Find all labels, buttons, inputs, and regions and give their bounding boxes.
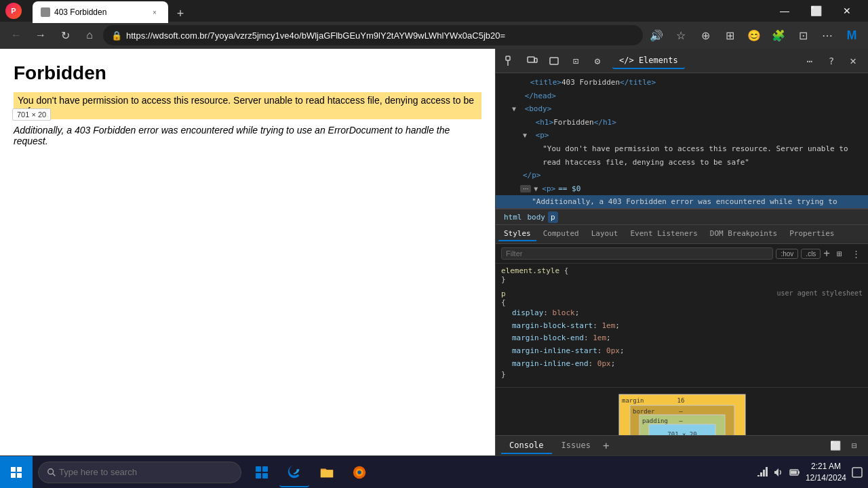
svg-text:padding: padding — [642, 418, 668, 424]
styles-tab-event-listeners[interactable]: Event Listeners — [625, 227, 703, 241]
start-button[interactable] — [0, 456, 33, 489]
new-tab-button[interactable]: + — [171, 4, 190, 23]
style-prop-margin-inline-start[interactable]: margin-inline-start: 0px; — [501, 345, 863, 358]
styles-tab-computed[interactable]: Computed — [538, 227, 585, 241]
styles-tab-properties[interactable]: Properties — [784, 227, 840, 241]
style-rule-p-selector[interactable]: p user agent stylesheet — [501, 289, 863, 298]
maximize-button[interactable]: ⬜ — [800, 0, 831, 22]
back-button[interactable]: ← — [5, 24, 27, 46]
devtools-bottom-tabs: Console Issues + ⬜ ⊟ — [496, 435, 868, 455]
devtools-breadcrumb: html body p — [496, 209, 868, 225]
styles-tab-dom-breakpoints[interactable]: DOM Breakpoints — [705, 227, 783, 241]
more-tools-button[interactable]: ⋯ — [800, 52, 819, 70]
edge-icon — [287, 464, 302, 479]
svg-rect-1 — [506, 56, 510, 60]
style-prop-margin-inline-end[interactable]: margin-inline-end: 0px; — [501, 358, 863, 371]
taskbar-firefox[interactable] — [344, 458, 374, 487]
cls-button[interactable]: .cls — [801, 249, 821, 259]
bottom-tab-issues[interactable]: Issues — [553, 438, 599, 454]
style-rule-selector[interactable]: element.style { — [501, 266, 863, 275]
elem-body-open[interactable]: ▼ <body> — [496, 102, 868, 116]
size-badge: 701 × 20 — [12, 108, 51, 121]
svg-rect-21 — [256, 473, 261, 479]
style-source: user agent stylesheet — [777, 289, 863, 298]
date-display: 12/14/2024 — [806, 472, 846, 484]
styles-tab-layout[interactable]: Layout — [586, 227, 624, 241]
forward-button[interactable]: → — [30, 24, 52, 46]
sidebar-button[interactable]: ⊡ — [792, 24, 814, 46]
home-button[interactable]: ⌂ — [79, 24, 100, 46]
styles-filter-input[interactable] — [501, 247, 773, 260]
console-drawer-button[interactable]: ⊡ — [566, 52, 585, 70]
dots-button[interactable]: ··· — [520, 185, 531, 192]
breadcrumb-html[interactable]: html — [501, 211, 525, 223]
extensions-button[interactable]: 🧩 — [768, 24, 789, 46]
style-rule-p: p user agent stylesheet { display: block… — [501, 289, 863, 379]
elem-dots[interactable]: ··· ▼ <p> == $0 — [496, 182, 868, 196]
dock-bottom-button[interactable]: ⬜ — [827, 438, 844, 454]
device-toolbar-button[interactable] — [523, 52, 542, 70]
close-button[interactable]: ✕ — [831, 0, 863, 22]
responsive-button[interactable] — [545, 52, 564, 70]
active-tab[interactable]: 403 Forbidden × — [33, 1, 168, 23]
toggle-sidebar-button[interactable]: ⊞ — [833, 247, 846, 260]
hov-button[interactable]: :hov — [776, 249, 798, 259]
profile-button[interactable]: 😊 — [743, 24, 765, 46]
breadcrumb-body[interactable]: body — [525, 211, 549, 223]
dock-side-button[interactable]: ⊟ — [846, 438, 863, 454]
settings-button[interactable]: ⚙ — [588, 52, 607, 70]
read-aloud-button[interactable]: 🔊 — [646, 24, 667, 46]
p-triangle[interactable]: ▼ — [523, 130, 530, 141]
more-button[interactable]: ⋯ — [816, 24, 838, 46]
address-bar[interactable]: 🔒 — [103, 25, 643, 45]
more-options-button[interactable]: ⋮ — [849, 247, 863, 260]
taskbar-right: 2:21 AM 12/14/2024 — [757, 461, 868, 484]
add-style-button[interactable]: + — [823, 248, 830, 259]
svg-text:border: border — [633, 408, 655, 415]
elem-h1[interactable]: <h1>Forbidden</h1> — [496, 116, 868, 129]
url-input[interactable] — [126, 30, 635, 41]
inspect-element-button[interactable] — [501, 52, 520, 70]
elem-p-text1[interactable]: "You don't have permission to access thi… — [496, 142, 868, 156]
elem-p-close1[interactable]: </p> — [496, 169, 868, 182]
style-prop-margin-block-end[interactable]: margin-block-end: 1em; — [501, 332, 863, 345]
taskbar-search[interactable] — [38, 462, 241, 483]
minimize-button[interactable]: — — [769, 0, 800, 22]
styles-body: element.style { } p user agent styleshee… — [496, 264, 868, 387]
p-selected-triangle[interactable]: ▼ — [534, 184, 540, 195]
collections-button[interactable]: ⊕ — [694, 24, 716, 46]
tab-elements[interactable]: </> Elements — [612, 53, 685, 69]
split-button[interactable]: ⊞ — [719, 24, 741, 46]
copilot-button[interactable]: M — [841, 24, 863, 46]
taskbar-time[interactable]: 2:21 AM 12/14/2024 — [806, 461, 846, 484]
taskbar-file-explorer[interactable] — [312, 458, 342, 487]
browser-window: P 403 Forbidden × + — ⬜ ✕ ← → ↻ ⌂ 🔒 — [0, 0, 868, 455]
taskbar: 2:21 AM 12/14/2024 — [0, 455, 868, 488]
help-button[interactable]: ? — [822, 52, 841, 70]
tab-close-button[interactable]: × — [149, 7, 160, 18]
elem-p-selected[interactable]: "Additionally, a 403 Forbidden error was… — [496, 195, 868, 209]
style-prop-margin-block-start[interactable]: margin-block-start: 1em; — [501, 320, 863, 333]
style-prop-display[interactable]: display: block; — [501, 307, 863, 320]
elem-p-text2[interactable]: read htaccess file, denying access to be… — [496, 156, 868, 169]
refresh-button[interactable]: ↻ — [54, 24, 76, 46]
devtools-close-button[interactable]: ✕ — [844, 52, 863, 70]
box-model-diagram: margin 16 border — padding — 701 × 20 — [618, 393, 747, 435]
elem-p-open[interactable]: ▼ <p> — [496, 129, 868, 142]
styles-tab-styles[interactable]: Styles — [498, 227, 536, 241]
svg-rect-20 — [262, 466, 268, 472]
body-triangle[interactable]: ▼ — [512, 104, 519, 115]
breadcrumb-p[interactable]: p — [548, 211, 558, 223]
elem-title-tag[interactable]: <title>403 Forbidden</title> — [496, 76, 868, 89]
devtools-toolbar: ⊡ ⚙ </> Elements ⋯ ? ✕ — [496, 49, 868, 73]
bottom-tab-console[interactable]: Console — [501, 438, 552, 454]
network-icon — [757, 467, 768, 478]
taskbar-edge[interactable] — [279, 458, 309, 487]
taskbar-apps — [247, 458, 374, 487]
add-tab-button[interactable]: + — [603, 439, 610, 452]
favorites-button[interactable]: ☆ — [670, 24, 692, 46]
taskbar-task-view[interactable] — [247, 458, 277, 487]
elem-head-close[interactable]: </head> — [496, 89, 868, 103]
taskbar-search-input[interactable] — [59, 467, 233, 477]
svg-rect-19 — [256, 466, 261, 472]
